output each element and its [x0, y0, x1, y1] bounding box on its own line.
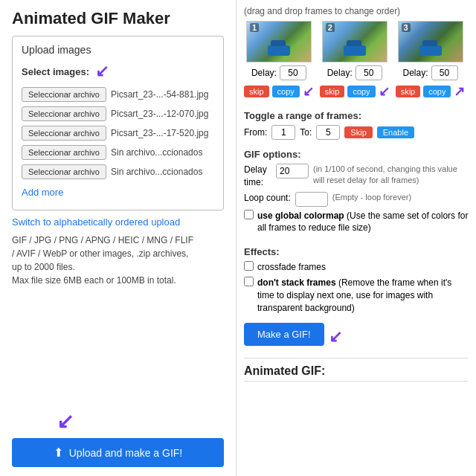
colormap-row: use global colormap (Use the same set of… [244, 210, 469, 235]
loop-hint: (Empty - loop forever) [332, 192, 411, 203]
toggle-range-row: From: To: Skip Enable [244, 125, 469, 140]
loop-count-label: Loop count: [244, 192, 291, 205]
frame-thumb-3: 3 [398, 21, 463, 62]
crossfade-row: crossfade frames [244, 261, 469, 274]
file-select-btn-4[interactable]: Seleccionar archivo [22, 145, 106, 160]
right-panel: (drag and drop frames to change order) 1… [237, 0, 476, 476]
colormap-label: use global colormap (Use the same set of… [257, 210, 469, 235]
frame-item-1: 1 Delay: skip copy ↙ [244, 21, 314, 100]
frame-delay-row-3: Delay: [403, 65, 458, 80]
app-title: Animated GIF Maker [12, 9, 224, 28]
frame-item-2: 2 Delay: skip copy ↙ [320, 21, 390, 100]
file-name-2: Picsart_23-...-12-070.jpg [111, 109, 208, 119]
make-gif-button[interactable]: Make a GIF! [244, 323, 324, 346]
skip-range-button[interactable]: Skip [344, 126, 372, 138]
toggle-range-title: Toggle a range of frames: [244, 110, 469, 121]
to-label: To: [300, 127, 312, 138]
delay-time-input[interactable] [276, 164, 309, 178]
frame-thumb-1: 1 [246, 21, 312, 62]
file-row-4: Seleccionar archivo Sin archivo...cciona… [22, 145, 214, 160]
file-list: Seleccionar archivo Picsart_23-...-54-88… [22, 87, 214, 179]
file-row-1: Seleccionar archivo Picsart_23-...-54-88… [22, 87, 214, 102]
loop-count-input[interactable] [295, 192, 328, 207]
select-images-label: Select images: ↙ [22, 62, 214, 81]
gif-options-section: GIF options: Delay time: (in 1/100 of se… [244, 146, 469, 237]
animated-gif-title: Animated GIF: [244, 364, 469, 378]
make-gif-arrow-icon: ↙ [329, 327, 342, 347]
car-icon-1 [268, 45, 290, 56]
car-icon-3 [419, 45, 442, 56]
crossfade-checkbox[interactable] [244, 261, 254, 271]
file-name-4: Sin archivo...ccionados [111, 147, 202, 158]
frames-row: 1 Delay: skip copy ↙ 2 Delay: [244, 21, 469, 100]
delay-label-1: Delay: [251, 68, 277, 78]
upload-make-gif-button[interactable]: ⬆ Upload and make a GIF! [12, 438, 224, 467]
skip-btn-2[interactable]: skip [320, 86, 345, 97]
no-stack-label: don't stack frames (Remove the frame whe… [257, 277, 469, 314]
skip-btn-3[interactable]: skip [396, 86, 421, 97]
copy-arrow-icon-3: ↗ [454, 83, 465, 100]
switch-order-link[interactable]: Switch to alphabetically ordered upload [12, 216, 224, 228]
divider-2 [244, 381, 469, 382]
to-input[interactable] [316, 125, 340, 140]
left-panel: Animated GIF Maker Upload images Select … [0, 0, 237, 476]
file-name-1: Picsart_23-...-54-881.jpg [111, 89, 208, 100]
file-select-btn-2[interactable]: Seleccionar archivo [22, 106, 106, 121]
from-input[interactable] [271, 125, 295, 140]
file-name-3: Picsart_23-...-17-520.jpg [111, 128, 208, 138]
no-stack-checkbox[interactable] [244, 277, 254, 286]
no-stack-row: don't stack frames (Remove the frame whe… [244, 277, 469, 314]
gif-options-title: GIF options: [244, 149, 469, 160]
delay-label-3: Delay: [403, 68, 428, 78]
frame-item-3: 3 Delay: skip copy ↗ [396, 21, 466, 100]
copy-btn-2[interactable]: copy [347, 86, 375, 97]
copy-arrow-icon-1: ↙ [303, 83, 314, 100]
loop-count-row: Loop count: (Empty - loop forever) [244, 192, 469, 207]
file-name-5: Sin archivo...ccionados [111, 167, 202, 177]
colormap-checkbox[interactable] [244, 210, 254, 219]
file-select-btn-5[interactable]: Seleccionar archivo [22, 164, 106, 179]
delay-time-label: Delay time: [244, 164, 271, 189]
upload-box: Upload images Select images: ↙ Seleccion… [12, 36, 224, 210]
car-icon-2 [344, 45, 366, 56]
frame-number-2: 2 [326, 23, 335, 32]
delay-input-1[interactable] [280, 65, 306, 80]
delay-input-3[interactable] [431, 65, 458, 80]
frame-thumb-2: 2 [322, 21, 387, 62]
delay-time-row: Delay time: (in 1/100 of second, changin… [244, 164, 469, 189]
enable-button[interactable]: Enable [377, 126, 414, 138]
crossfade-label: crossfade frames [257, 261, 326, 274]
frame-number-1: 1 [250, 23, 259, 32]
drag-hint: (drag and drop frames to change order) [244, 6, 469, 16]
frame-delay-row-2: Delay: [327, 65, 382, 80]
copy-btn-1[interactable]: copy [272, 86, 300, 97]
delay-time-hint: (in 1/100 of second, changing this value… [313, 164, 469, 187]
file-row-3: Seleccionar archivo Picsart_23-...-17-52… [22, 126, 214, 141]
add-more-link[interactable]: Add more [22, 187, 63, 198]
upload-section-title: Upload images [22, 44, 214, 56]
delay-input-2[interactable] [356, 65, 382, 80]
upload-arrow-icon: ↙ [57, 409, 74, 434]
effects-section: Effects: crossfade frames don't stack fr… [244, 243, 469, 317]
frame-delay-row-1: Delay: [251, 65, 306, 80]
effects-title: Effects: [244, 246, 469, 257]
from-label: From: [244, 127, 267, 138]
file-select-btn-1[interactable]: Seleccionar archivo [22, 87, 106, 102]
delay-label-2: Delay: [327, 68, 353, 78]
arrow-icon: ↙ [95, 62, 109, 81]
formats-text: GIF / JPG / PNG / APNG / HEIC / MNG / FL… [12, 234, 224, 287]
file-select-btn-3[interactable]: Seleccionar archivo [22, 126, 106, 141]
copy-btn-3[interactable]: copy [423, 86, 451, 97]
divider [244, 358, 469, 358]
file-row-2: Seleccionar archivo Picsart_23-...-12-07… [22, 106, 214, 121]
copy-arrow-icon-2: ↙ [379, 83, 390, 100]
upload-icon: ⬆ [54, 446, 63, 460]
file-row-5: Seleccionar archivo Sin archivo...cciona… [22, 164, 214, 179]
frame-number-3: 3 [402, 23, 411, 32]
skip-btn-1[interactable]: skip [244, 86, 269, 97]
